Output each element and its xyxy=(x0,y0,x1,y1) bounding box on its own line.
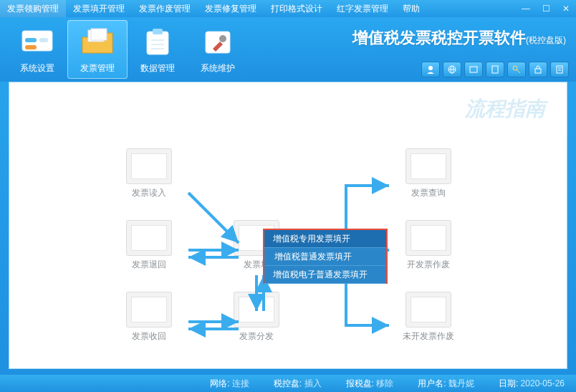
node-label: 未开发票作废 xyxy=(403,331,454,341)
popup-vat-normal[interactable]: 增值税普通发票填开 xyxy=(264,248,386,266)
note-icon[interactable] xyxy=(550,62,569,77)
svg-rect-1 xyxy=(25,38,37,42)
node-invoice-void-open[interactable]: 开发票作废 xyxy=(396,220,461,271)
toolbar-system-settings[interactable]: 系统设置 xyxy=(7,20,67,79)
status-date: 日期: 2020-05-26 xyxy=(499,378,565,390)
node-label: 开发票作废 xyxy=(407,259,450,269)
app-title-suffix: (税控盘版) xyxy=(526,35,566,45)
globe-icon[interactable] xyxy=(443,62,461,77)
invoice-fill-popup: 增值税专用发票填开 增值税普通发票填开 增值税电子普通发票填开 xyxy=(263,229,388,284)
window-icon[interactable] xyxy=(464,62,483,77)
svg-rect-3 xyxy=(39,38,48,42)
status-username: 用户名: 魏丹妮 xyxy=(418,378,474,390)
svg-rect-7 xyxy=(153,29,163,34)
svg-point-13 xyxy=(428,66,433,70)
popup-vat-electronic[interactable]: 增值税电子普通发票填开 xyxy=(264,266,386,284)
node-invoice-void-unopen[interactable]: 未开发票作废 xyxy=(396,292,461,343)
content-area: 流程指南 发票读入 发票退回 发票收回 发票填 发票分发 xyxy=(9,82,567,369)
status-network: 网络: 连接 xyxy=(210,378,249,390)
toolbar-label: 发票管理 xyxy=(80,62,115,75)
status-reportdisk: 报税盘: 移除 xyxy=(346,378,394,390)
popup-vat-special[interactable]: 增值税专用发票填开 xyxy=(264,230,386,248)
app-window: 发票领购管理 发票填开管理 发票作废管理 发票修复管理 打印格式设计 红字发票管… xyxy=(0,0,576,392)
status-bar: 网络: 连接 税控盘: 插入 报税盘: 移除 用户名: 魏丹妮 日期: 2020… xyxy=(0,375,576,392)
menu-invoice-purchase[interactable]: 发票领购管理 xyxy=(0,0,66,17)
svg-rect-21 xyxy=(535,69,541,73)
flow-diagram: 发票读入 发票退回 发票收回 发票填 发票分发 发票查询 xyxy=(9,82,567,368)
menu-red-invoice[interactable]: 红字发票管理 xyxy=(330,0,395,17)
doc-void2-icon xyxy=(405,292,451,328)
toolbar-right-icons xyxy=(421,62,569,77)
toolbar-system-maintenance[interactable]: 系统维护 xyxy=(188,20,248,79)
menu-print-design[interactable]: 打印格式设计 xyxy=(264,0,330,17)
status-taxdisk: 税控盘: 插入 xyxy=(274,378,322,390)
svg-rect-2 xyxy=(25,45,37,49)
app-title-text: 增值税发票税控开票软件 xyxy=(352,29,526,47)
lock-icon[interactable] xyxy=(529,62,547,77)
app-title: 增值税发票税控开票软件(税控盘版) xyxy=(352,27,566,49)
menu-help[interactable]: 帮助 xyxy=(395,0,427,17)
svg-rect-17 xyxy=(470,67,477,72)
doc-search-icon xyxy=(405,148,451,184)
main-toolbar: 系统设置 发票管理 数据管理 系统维护 增值税发票税控开票软件(税控盘版) xyxy=(0,17,576,82)
node-label: 发票查询 xyxy=(411,188,446,198)
svg-line-20 xyxy=(517,70,520,73)
page-icon[interactable] xyxy=(486,62,504,77)
window-controls: — ☐ ✕ xyxy=(516,0,576,17)
close-button[interactable]: ✕ xyxy=(556,0,576,17)
tools-icon xyxy=(198,25,238,59)
minimize-button[interactable]: — xyxy=(516,0,536,17)
menu-bar: 发票领购管理 发票填开管理 发票作废管理 发票修复管理 打印格式设计 红字发票管… xyxy=(0,0,576,17)
toolbar-label: 系统设置 xyxy=(20,62,54,75)
user-icon[interactable] xyxy=(421,62,440,77)
toolbar-invoice-management[interactable]: 发票管理 xyxy=(67,20,128,79)
svg-rect-5 xyxy=(91,29,107,40)
maximize-button[interactable]: ☐ xyxy=(536,0,556,17)
toolbar-label: 系统维护 xyxy=(201,62,235,75)
doc-void-icon xyxy=(405,220,451,256)
svg-rect-11 xyxy=(206,32,230,53)
toolbar-data-management[interactable]: 数据管理 xyxy=(128,20,188,79)
toolbar-label: 数据管理 xyxy=(140,62,175,75)
clipboard-icon xyxy=(138,25,178,59)
svg-rect-6 xyxy=(147,32,168,54)
key-icon[interactable] xyxy=(507,62,526,77)
settings-icon xyxy=(17,25,57,59)
svg-rect-22 xyxy=(557,66,562,73)
folder-icon xyxy=(77,25,117,59)
svg-point-12 xyxy=(219,35,226,42)
svg-rect-18 xyxy=(492,66,498,73)
menu-invoice-repair[interactable]: 发票修复管理 xyxy=(198,0,264,17)
menu-invoice-void[interactable]: 发票作废管理 xyxy=(132,0,198,17)
node-invoice-query[interactable]: 发票查询 xyxy=(396,148,461,199)
menu-invoice-fill[interactable]: 发票填开管理 xyxy=(66,0,132,17)
